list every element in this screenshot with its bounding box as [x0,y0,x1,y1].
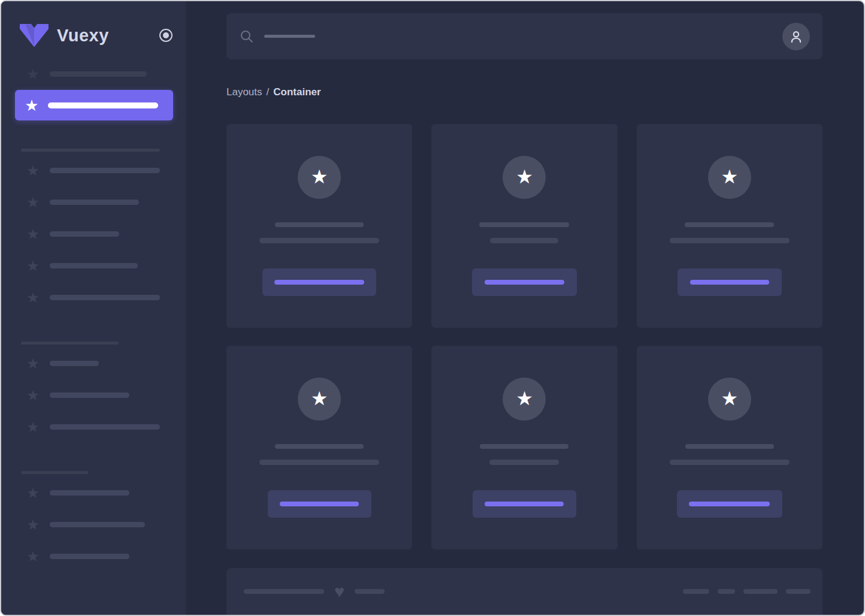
sidebar-menu-item[interactable]: ★ [1,477,187,509]
star-icon: ★ [721,389,738,409]
card-title-placeholder [275,444,364,449]
card-avatar: ★ [298,156,341,199]
star-icon: ★ [25,549,41,564]
star-icon: ★ [25,486,41,500]
star-icon: ★ [516,389,533,409]
sidebar-menu-item[interactable]: ★ [1,218,187,250]
footer-row: ♥ [244,582,810,600]
button-label-placeholder [485,502,564,506]
card-title-placeholder [479,222,569,227]
content-card: ★ [637,346,822,549]
sidebar-menu-group: ★ ★ ★ [1,342,187,443]
card-subtitle-placeholder [259,238,379,243]
app-logo-text: Vuexy [57,26,109,46]
sidebar-menu-item[interactable]: ★ [1,411,187,443]
vuexy-logo-icon [19,24,49,47]
card-title-placeholder [275,222,364,227]
star-icon: ★ [721,167,738,188]
sidebar-menu-group: ★ ★ ★ ★ ★ [1,149,187,313]
cards-grid: ★ ★ ★ ★ [226,124,822,549]
star-icon: ★ [25,357,41,371]
main-content: Layouts/Container ★ ★ ★ ★ [187,1,864,615]
footer-placeholder-bar [718,589,735,594]
menu-label-placeholder [50,424,160,430]
card-action-button[interactable] [262,268,376,296]
sidebar-menu-item[interactable]: ★ [1,379,187,411]
footer-placeholder-bar [683,589,709,594]
menu-label-placeholder [50,392,129,398]
card-action-button[interactable] [472,268,577,296]
card-avatar: ★ [708,378,751,421]
card-title-placeholder [685,222,774,227]
sidebar-menu-item[interactable]: ★ [1,186,187,218]
search-icon [240,29,254,44]
card-avatar: ★ [503,378,546,421]
sidebar: Vuexy ★ ★ ★ ★ ★ ★ ★ ★ [1,1,187,615]
user-avatar-button[interactable] [782,23,810,50]
menu-label-placeholder [50,361,99,366]
card-title-placeholder [685,444,774,449]
app-window: Vuexy ★ ★ ★ ★ ★ ★ ★ ★ [0,0,865,616]
sidebar-menu-item[interactable]: ★ [1,348,187,379]
menu-label-placeholder [50,295,160,300]
app-logo[interactable]: Vuexy [19,24,109,47]
heart-icon: ♥ [334,583,344,600]
footer-placeholder-bar [244,589,324,594]
star-icon: ★ [25,518,41,532]
sidebar-header: Vuexy [1,1,187,49]
sidebar-menu-item[interactable]: ★ [1,58,187,90]
menu-label-placeholder [50,71,147,77]
sidebar-menu-item[interactable]: ★ [1,282,187,313]
menu-label-placeholder [50,490,129,496]
sidebar-menu-item[interactable]: ★ [1,250,187,282]
star-icon: ★ [311,389,328,409]
card-action-button[interactable] [678,268,782,296]
card-action-button[interactable] [473,490,576,518]
content-card: ★ [431,346,617,549]
card-subtitle-placeholder [670,460,790,465]
card-subtitle-placeholder [259,460,379,465]
star-icon: ★ [25,227,41,241]
footer-placeholder-bar [355,589,385,594]
search-bar[interactable] [226,13,822,59]
button-label-placeholder [274,280,364,285]
footer-right-group [683,589,810,594]
menu-section-header-placeholder [21,342,119,345]
menu-label-placeholder [48,102,158,108]
card-action-button[interactable] [677,490,782,518]
star-icon: ★ [311,167,328,188]
content-card: ★ [637,124,822,328]
star-icon: ★ [516,167,533,188]
card-avatar: ★ [503,156,546,199]
menu-label-placeholder [50,168,160,173]
button-label-placeholder [690,280,769,285]
breadcrumb-separator: / [267,86,270,98]
menu-label-placeholder [50,263,138,268]
breadcrumb-parent[interactable]: Layouts [226,86,262,98]
footer-left-group: ♥ [244,583,385,600]
radio-dot-icon [163,32,169,38]
card-title-placeholder [480,444,568,449]
menu-label-placeholder [50,231,119,237]
sidebar-menu-item[interactable]: ★ [1,540,187,572]
star-icon: ★ [25,291,41,305]
sidebar-pin-toggle-icon[interactable] [159,29,173,42]
button-label-placeholder [689,502,770,506]
content-card: ★ [226,124,412,328]
menu-label-placeholder [50,200,139,205]
sidebar-menu-group: ★ ★ ★ [1,471,187,572]
search-placeholder-bar [264,35,315,38]
sidebar-menu-item[interactable]: ★ [15,90,173,120]
button-label-placeholder [485,280,564,285]
card-action-button[interactable] [268,490,371,518]
footer-placeholder-bar [786,589,810,594]
footer-placeholder-bar [743,589,778,594]
footer-card: ♥ [226,568,822,616]
card-avatar: ★ [708,156,751,199]
card-avatar: ★ [298,378,341,421]
sidebar-menu-item[interactable]: ★ [1,509,187,540]
star-icon: ★ [25,388,41,403]
content-card: ★ [431,124,617,328]
sidebar-menu-item[interactable]: ★ [1,155,187,186]
person-icon [788,29,804,44]
